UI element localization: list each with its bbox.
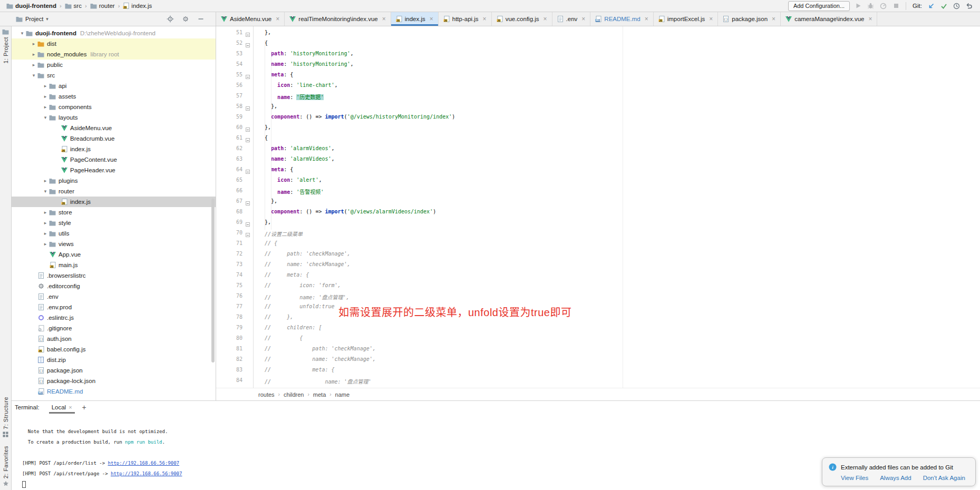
hide-minus-button[interactable] — [196, 15, 205, 24]
tree-item-auth.json[interactable]: {}auth.json — [12, 334, 216, 344]
fold-marker-icon[interactable] — [246, 75, 250, 79]
tree-item-PageContent.vue[interactable]: PageContent.vue — [12, 154, 216, 165]
tree-chevron-icon[interactable]: ▸ — [31, 52, 37, 57]
close-icon[interactable]: × — [544, 16, 547, 22]
editor-breadcrumb-children[interactable]: children — [284, 391, 304, 398]
notification-action-Always Add[interactable]: Always Add — [880, 475, 911, 481]
editor-tab-importExcel.js[interactable]: JSimportExcel.js× — [654, 12, 719, 26]
fold-marker-icon[interactable] — [246, 233, 250, 237]
close-icon[interactable]: × — [430, 16, 433, 22]
tree-item-App.vue[interactable]: App.vue — [12, 249, 216, 260]
tree-item-api[interactable]: ▸api — [12, 81, 216, 91]
tree-item-index.js[interactable]: JSindex.js — [12, 197, 216, 207]
tree-item-AsideMenu.vue[interactable]: AsideMenu.vue — [12, 123, 216, 133]
tree-item-node_modules[interactable]: ▸node_moduleslibrary root — [12, 49, 216, 60]
tree-chevron-icon[interactable]: ▸ — [42, 94, 48, 99]
close-icon[interactable]: × — [709, 16, 713, 22]
breadcrumb-item-duoji-frontend[interactable]: duoji-frontend — [6, 3, 56, 9]
project-scrollbar-thumb[interactable] — [211, 199, 215, 362]
tree-item-.env.prod[interactable]: .env.prod — [12, 302, 216, 312]
tree-item-.eslintrc.js[interactable]: .eslintrc.js — [12, 312, 216, 323]
terminal-link[interactable]: http://192.168.66.56:9007 — [108, 460, 179, 466]
tree-chevron-icon[interactable]: ▸ — [42, 104, 48, 110]
tree-item-package-lock.json[interactable]: {}package-lock.json — [12, 376, 216, 386]
tree-item-package.json[interactable]: {}package.json — [12, 365, 216, 376]
fold-marker-icon[interactable] — [246, 170, 250, 174]
tool-window-button-2: Favorites[interactable]: 2: Favorites — [3, 446, 9, 487]
tree-item-store[interactable]: ▸store — [12, 207, 216, 218]
tree-item-.browserslistrc[interactable]: .browserslistrc — [12, 270, 216, 281]
editor-tab-vue.config.js[interactable]: JSvue.config.js× — [492, 12, 552, 26]
stop-button[interactable] — [891, 2, 900, 11]
tree-chevron-icon[interactable]: ▸ — [42, 83, 48, 89]
tree-item-dist.zip[interactable]: dist.zip — [12, 355, 216, 365]
tree-item-.gitignore[interactable]: .gitignore — [12, 323, 216, 334]
editor-tab-cameraManage\index.vue[interactable]: cameraManage\index.vue× — [781, 12, 877, 26]
git-update-button[interactable] — [927, 2, 936, 11]
debug-bug-button[interactable] — [866, 2, 875, 11]
project-panel-title[interactable]: Project — [25, 16, 43, 22]
tree-chevron-icon[interactable]: ▸ — [42, 241, 48, 247]
run-button[interactable] — [853, 2, 862, 11]
tree-item-style[interactable]: ▸style — [12, 218, 216, 228]
fold-marker-icon[interactable] — [246, 222, 250, 227]
gear-button[interactable] — [181, 15, 190, 24]
fold-marker-icon[interactable] — [246, 138, 250, 142]
tree-item-assets[interactable]: ▸assets — [12, 91, 216, 102]
tree-item-README.md[interactable]: MDREADME.md — [12, 386, 216, 397]
breadcrumb-item-index.js[interactable]: JSindex.js — [123, 3, 152, 9]
tree-chevron-icon[interactable]: ▾ — [42, 115, 48, 120]
close-icon[interactable]: × — [645, 16, 648, 22]
tree-item-duoji-frontend[interactable]: ▾duoji-frontendD:\zheheWeb\duoji-fronten… — [12, 28, 216, 38]
code-editor[interactable]: 51 },52 {53 path: 'historyMonitoring',54… — [216, 26, 980, 388]
editor-tab-realTimeMonitoring\index.vue[interactable]: realTimeMonitoring\index.vue× — [285, 12, 391, 26]
editor-tab-.env[interactable]: .env× — [552, 12, 591, 26]
editor-breadcrumb-routes[interactable]: routes — [258, 391, 275, 398]
editor-tab-http-api.js[interactable]: JShttp-api.js× — [439, 12, 492, 26]
tree-item-layouts[interactable]: ▾layouts — [12, 112, 216, 123]
git-rollback-button[interactable] — [965, 2, 974, 11]
notification-action-View Files[interactable]: View Files — [841, 475, 868, 481]
git-commit-button[interactable] — [939, 2, 948, 11]
close-icon[interactable]: × — [382, 16, 386, 22]
terminal-link[interactable]: http://192.168.66.56:9007 — [111, 471, 182, 476]
tree-chevron-icon[interactable]: ▸ — [42, 210, 48, 215]
tree-item-PageHeader.vue[interactable]: PageHeader.vue — [12, 165, 216, 175]
editor-tab-package.json[interactable]: {}package.json× — [718, 12, 781, 26]
profiler-button[interactable] — [879, 2, 888, 11]
new-terminal-tab-button[interactable]: + — [82, 403, 86, 411]
add-configuration-button[interactable]: Add Configuration... — [788, 1, 850, 11]
editor-tab-AsideMenu.vue[interactable]: AsideMenu.vue× — [216, 12, 285, 26]
close-icon[interactable]: × — [483, 16, 487, 22]
tree-item-router[interactable]: ▾router — [12, 186, 216, 197]
tree-chevron-icon[interactable]: ▸ — [31, 62, 37, 67]
tree-item-Breadcrumb.vue[interactable]: Breadcrumb.vue — [12, 133, 216, 144]
editor-tab-README.md[interactable]: MDREADME.md× — [590, 12, 653, 26]
tree-item-.env[interactable]: .env — [12, 291, 216, 302]
tree-item-public[interactable]: ▸public — [12, 60, 216, 70]
close-icon[interactable]: × — [772, 16, 775, 22]
tree-chevron-icon[interactable]: ▾ — [19, 31, 25, 36]
tree-chevron-icon[interactable]: ▾ — [31, 73, 37, 78]
tree-chevron-icon[interactable]: ▸ — [42, 231, 48, 236]
tree-item-components[interactable]: ▸components — [12, 102, 216, 112]
close-icon[interactable]: × — [868, 16, 872, 22]
tree-item-plugins[interactable]: ▸plugins — [12, 175, 216, 186]
tree-item-utils[interactable]: ▸utils — [12, 228, 216, 239]
close-icon[interactable]: × — [69, 404, 72, 410]
git-history-button[interactable] — [952, 2, 961, 11]
close-icon[interactable]: × — [581, 16, 585, 22]
tree-item-src[interactable]: ▾src — [12, 70, 216, 81]
editor-tab-index.js[interactable]: JSindex.js× — [391, 12, 439, 26]
tree-item-.editorconfig[interactable]: .editorconfig — [12, 281, 216, 291]
tree-item-babel.config.js[interactable]: JSbabel.config.js — [12, 344, 216, 355]
locate-target-button[interactable] — [166, 15, 174, 24]
tree-item-main.js[interactable]: JSmain.js — [12, 260, 216, 270]
breadcrumb-item-router[interactable]: router — [90, 3, 115, 9]
tree-item-index.js[interactable]: JSindex.js — [12, 144, 216, 154]
fold-marker-icon[interactable] — [246, 128, 250, 132]
tree-item-dist[interactable]: ▸dist — [12, 38, 216, 49]
fold-marker-icon[interactable] — [246, 201, 250, 205]
editor-breadcrumb-meta[interactable]: meta — [313, 391, 326, 398]
breadcrumb-item-src[interactable]: src — [65, 3, 82, 9]
